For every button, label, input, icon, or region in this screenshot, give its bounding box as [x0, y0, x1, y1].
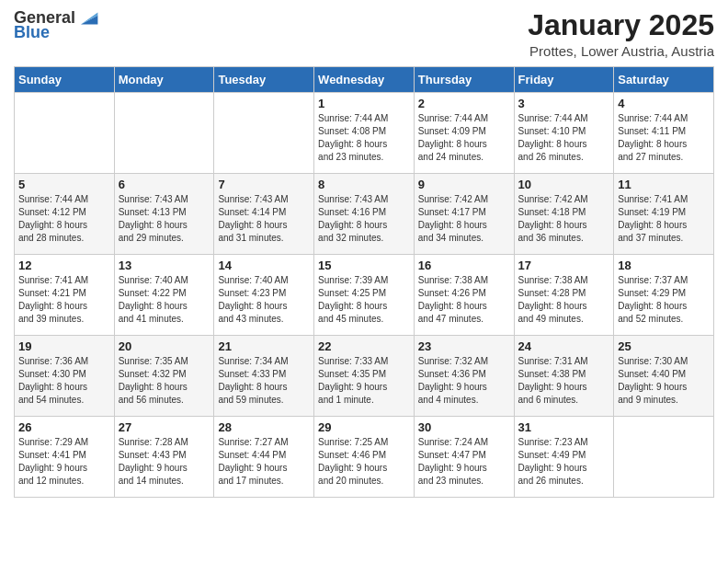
calendar-cell: 3Sunrise: 7:44 AM Sunset: 4:10 PM Daylig… — [514, 93, 614, 174]
day-info: Sunrise: 7:23 AM Sunset: 4:49 PM Dayligh… — [518, 436, 610, 488]
calendar-cell: 26Sunrise: 7:29 AM Sunset: 4:41 PM Dayli… — [15, 417, 115, 498]
day-info: Sunrise: 7:24 AM Sunset: 4:47 PM Dayligh… — [418, 436, 510, 488]
location-title: Prottes, Lower Austria, Austria — [528, 43, 714, 59]
calendar-cell — [15, 93, 115, 174]
day-number: 18 — [618, 259, 710, 272]
calendar-cell: 7Sunrise: 7:43 AM Sunset: 4:14 PM Daylig… — [214, 174, 314, 255]
calendar-cell: 23Sunrise: 7:32 AM Sunset: 4:36 PM Dayli… — [414, 336, 514, 417]
calendar-cell: 29Sunrise: 7:25 AM Sunset: 4:46 PM Dayli… — [314, 417, 415, 498]
day-number: 23 — [418, 339, 510, 353]
day-info: Sunrise: 7:35 AM Sunset: 4:32 PM Dayligh… — [119, 355, 210, 407]
calendar-cell: 24Sunrise: 7:31 AM Sunset: 4:38 PM Dayli… — [514, 336, 614, 417]
day-number: 8 — [318, 178, 410, 191]
week-row-5: 26Sunrise: 7:29 AM Sunset: 4:41 PM Dayli… — [15, 417, 714, 498]
calendar-cell: 25Sunrise: 7:30 AM Sunset: 4:40 PM Dayli… — [614, 336, 714, 417]
day-number: 16 — [418, 259, 510, 272]
day-info: Sunrise: 7:31 AM Sunset: 4:38 PM Dayligh… — [518, 355, 610, 407]
day-info: Sunrise: 7:44 AM Sunset: 4:08 PM Dayligh… — [318, 112, 410, 164]
day-number: 26 — [18, 420, 110, 434]
day-number: 25 — [618, 339, 710, 353]
weekday-header-row: Sunday Monday Tuesday Wednesday Thursday… — [15, 67, 714, 93]
day-number: 12 — [18, 259, 110, 272]
month-title: January 2025 — [528, 9, 714, 41]
calendar-cell: 13Sunrise: 7:40 AM Sunset: 4:22 PM Dayli… — [114, 255, 214, 336]
calendar-cell: 22Sunrise: 7:33 AM Sunset: 4:35 PM Dayli… — [314, 336, 415, 417]
logo: General Blue — [14, 9, 99, 42]
day-number: 13 — [119, 259, 210, 272]
calendar-cell: 8Sunrise: 7:43 AM Sunset: 4:16 PM Daylig… — [314, 174, 415, 255]
day-info: Sunrise: 7:34 AM Sunset: 4:33 PM Dayligh… — [218, 355, 310, 407]
day-info: Sunrise: 7:30 AM Sunset: 4:40 PM Dayligh… — [618, 355, 710, 407]
day-number: 10 — [518, 178, 610, 191]
day-number: 31 — [518, 420, 610, 434]
day-number: 11 — [618, 178, 710, 191]
week-row-1: 1Sunrise: 7:44 AM Sunset: 4:08 PM Daylig… — [15, 93, 714, 174]
header-sunday: Sunday — [15, 67, 115, 93]
calendar-cell: 12Sunrise: 7:41 AM Sunset: 4:21 PM Dayli… — [15, 255, 115, 336]
calendar-cell: 19Sunrise: 7:36 AM Sunset: 4:30 PM Dayli… — [15, 336, 115, 417]
day-info: Sunrise: 7:32 AM Sunset: 4:36 PM Dayligh… — [418, 355, 510, 407]
day-info: Sunrise: 7:42 AM Sunset: 4:18 PM Dayligh… — [518, 193, 610, 245]
day-info: Sunrise: 7:43 AM Sunset: 4:13 PM Dayligh… — [119, 193, 210, 245]
day-info: Sunrise: 7:25 AM Sunset: 4:46 PM Dayligh… — [318, 436, 410, 488]
header-monday: Monday — [114, 67, 214, 93]
logo-icon — [77, 9, 99, 28]
calendar-cell: 1Sunrise: 7:44 AM Sunset: 4:08 PM Daylig… — [314, 93, 415, 174]
day-number: 15 — [318, 259, 410, 272]
day-number: 20 — [119, 339, 210, 353]
day-number: 2 — [418, 97, 510, 110]
day-number: 22 — [318, 339, 410, 353]
day-info: Sunrise: 7:39 AM Sunset: 4:25 PM Dayligh… — [318, 274, 410, 326]
week-row-4: 19Sunrise: 7:36 AM Sunset: 4:30 PM Dayli… — [15, 336, 714, 417]
calendar-cell: 9Sunrise: 7:42 AM Sunset: 4:17 PM Daylig… — [414, 174, 514, 255]
day-number: 28 — [218, 420, 310, 434]
day-number: 4 — [618, 97, 710, 110]
calendar-cell: 30Sunrise: 7:24 AM Sunset: 4:47 PM Dayli… — [414, 417, 514, 498]
day-number: 21 — [218, 339, 310, 353]
day-number: 29 — [318, 420, 410, 434]
day-info: Sunrise: 7:29 AM Sunset: 4:41 PM Dayligh… — [18, 436, 110, 488]
header-saturday: Saturday — [614, 67, 714, 93]
day-number: 27 — [119, 420, 210, 434]
day-info: Sunrise: 7:36 AM Sunset: 4:30 PM Dayligh… — [18, 355, 110, 407]
day-number: 24 — [518, 339, 610, 353]
day-info: Sunrise: 7:41 AM Sunset: 4:19 PM Dayligh… — [618, 193, 710, 245]
day-info: Sunrise: 7:41 AM Sunset: 4:21 PM Dayligh… — [18, 274, 110, 326]
header-tuesday: Tuesday — [214, 67, 314, 93]
calendar-table: Sunday Monday Tuesday Wednesday Thursday… — [14, 66, 714, 498]
calendar-cell: 28Sunrise: 7:27 AM Sunset: 4:44 PM Dayli… — [214, 417, 314, 498]
day-info: Sunrise: 7:40 AM Sunset: 4:23 PM Dayligh… — [218, 274, 310, 326]
day-info: Sunrise: 7:37 AM Sunset: 4:29 PM Dayligh… — [618, 274, 710, 326]
calendar-cell: 18Sunrise: 7:37 AM Sunset: 4:29 PM Dayli… — [614, 255, 714, 336]
day-info: Sunrise: 7:44 AM Sunset: 4:09 PM Dayligh… — [418, 112, 510, 164]
title-area: January 2025 Prottes, Lower Austria, Aus… — [528, 9, 714, 59]
day-number: 7 — [218, 178, 310, 191]
calendar-cell: 21Sunrise: 7:34 AM Sunset: 4:33 PM Dayli… — [214, 336, 314, 417]
day-number: 1 — [318, 97, 410, 110]
calendar-cell: 6Sunrise: 7:43 AM Sunset: 4:13 PM Daylig… — [114, 174, 214, 255]
day-number: 30 — [418, 420, 510, 434]
logo-blue: Blue — [14, 24, 50, 42]
calendar-cell: 31Sunrise: 7:23 AM Sunset: 4:49 PM Dayli… — [514, 417, 614, 498]
day-number: 19 — [18, 339, 110, 353]
day-info: Sunrise: 7:33 AM Sunset: 4:35 PM Dayligh… — [318, 355, 410, 407]
header: General Blue January 2025 Prottes, Lower… — [14, 9, 714, 59]
day-info: Sunrise: 7:38 AM Sunset: 4:28 PM Dayligh… — [518, 274, 610, 326]
calendar-cell — [614, 417, 714, 498]
header-thursday: Thursday — [414, 67, 514, 93]
day-info: Sunrise: 7:43 AM Sunset: 4:16 PM Dayligh… — [318, 193, 410, 245]
calendar-cell: 17Sunrise: 7:38 AM Sunset: 4:28 PM Dayli… — [514, 255, 614, 336]
calendar-cell: 15Sunrise: 7:39 AM Sunset: 4:25 PM Dayli… — [314, 255, 415, 336]
calendar-cell: 5Sunrise: 7:44 AM Sunset: 4:12 PM Daylig… — [15, 174, 115, 255]
day-number: 6 — [119, 178, 210, 191]
calendar-cell: 11Sunrise: 7:41 AM Sunset: 4:19 PM Dayli… — [614, 174, 714, 255]
week-row-3: 12Sunrise: 7:41 AM Sunset: 4:21 PM Dayli… — [15, 255, 714, 336]
header-friday: Friday — [514, 67, 614, 93]
day-info: Sunrise: 7:42 AM Sunset: 4:17 PM Dayligh… — [418, 193, 510, 245]
day-number: 17 — [518, 259, 610, 272]
day-number: 14 — [218, 259, 310, 272]
day-info: Sunrise: 7:43 AM Sunset: 4:14 PM Dayligh… — [218, 193, 310, 245]
day-info: Sunrise: 7:44 AM Sunset: 4:11 PM Dayligh… — [618, 112, 710, 164]
header-wednesday: Wednesday — [314, 67, 415, 93]
day-number: 3 — [518, 97, 610, 110]
